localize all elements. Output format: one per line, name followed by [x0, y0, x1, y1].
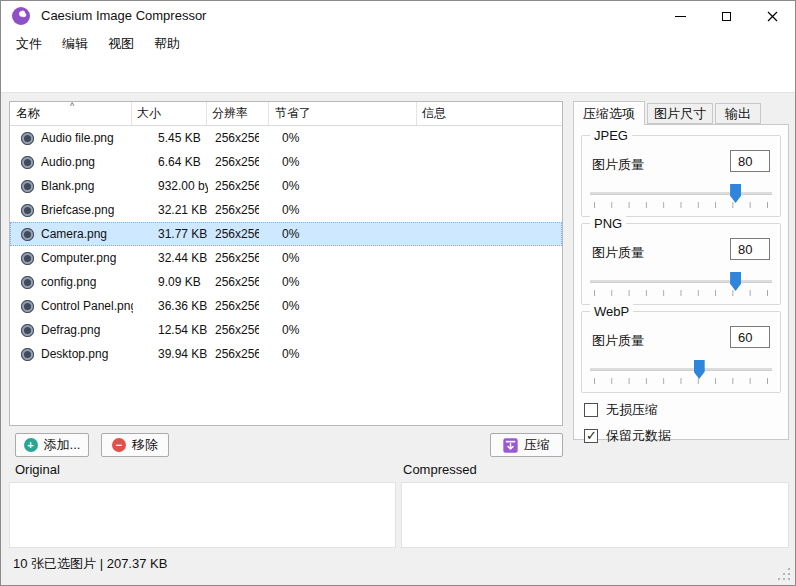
- keep-metadata-checkbox-label: 保留元数据: [606, 427, 671, 445]
- file-saved: 0%: [270, 175, 418, 197]
- table-row[interactable]: Control Panel.png 36.36 KB 256x256 0%: [10, 294, 562, 318]
- webp-group: WebP 图片质量 60: [581, 311, 781, 393]
- file-size: 6.64 KB: [158, 155, 201, 169]
- file-resolution: 256x256: [215, 347, 259, 361]
- table-row[interactable]: Audio.png 6.64 KB 256x256 0%: [10, 150, 562, 174]
- image-status-icon: [21, 252, 34, 265]
- add-button[interactable]: + 添加...: [15, 433, 89, 457]
- png-quality-input[interactable]: 80: [730, 238, 770, 260]
- table-row[interactable]: Computer.png 32.44 KB 256x256 0%: [10, 246, 562, 270]
- keep-metadata-checkbox-row[interactable]: 保留元数据: [584, 427, 671, 445]
- original-preview-label: Original: [15, 462, 60, 477]
- menu-file[interactable]: 文件: [6, 31, 52, 57]
- image-status-icon: [21, 132, 34, 145]
- file-info: [418, 343, 561, 365]
- file-saved: 0%: [270, 199, 418, 221]
- file-info: [418, 151, 561, 173]
- file-size: 39.94 KB: [158, 347, 207, 361]
- file-name: Defrag.png: [41, 323, 100, 337]
- file-resolution: 256x256: [215, 227, 259, 241]
- file-name: Audio.png: [41, 155, 95, 169]
- column-header-saved[interactable]: 节省了: [269, 102, 417, 125]
- compressed-preview-label: Compressed: [403, 462, 477, 477]
- lossless-checkbox-row[interactable]: 无损压缩: [584, 401, 658, 419]
- column-header-resolution[interactable]: 分辨率: [207, 102, 269, 125]
- file-resolution: 256x256: [215, 131, 259, 145]
- jpeg-quality-input[interactable]: 80: [730, 150, 770, 172]
- close-button[interactable]: [749, 1, 795, 31]
- slider-handle[interactable]: [730, 272, 741, 291]
- image-status-icon: [21, 204, 34, 217]
- lossless-checkbox[interactable]: [584, 403, 598, 417]
- webp-quality-input[interactable]: 60: [730, 326, 770, 348]
- table-body: Audio file.png 5.45 KB 256x256 0% Audio.…: [10, 126, 562, 366]
- jpeg-quality-slider[interactable]: [590, 184, 772, 204]
- menu-edit[interactable]: 编辑: [52, 31, 98, 57]
- table-row[interactable]: Audio file.png 5.45 KB 256x256 0%: [10, 126, 562, 150]
- file-resolution: 256x256: [215, 275, 259, 289]
- slider-handle[interactable]: [730, 184, 741, 203]
- tab-output[interactable]: 输出: [715, 103, 761, 124]
- menu-help[interactable]: 帮助: [144, 31, 190, 57]
- file-name: Control Panel.png: [41, 299, 133, 313]
- image-status-icon: [21, 156, 34, 169]
- file-info: [418, 319, 561, 341]
- original-preview-box: [9, 482, 396, 548]
- table-row-selected[interactable]: Camera.png 31.77 KB 256x256 0%: [10, 222, 562, 246]
- table-row[interactable]: Briefcase.png 32.21 KB 256x256 0%: [10, 198, 562, 222]
- file-saved: 0%: [270, 223, 418, 245]
- slider-handle[interactable]: [694, 360, 705, 379]
- compress-button[interactable]: 压缩: [490, 433, 563, 457]
- file-saved: 0%: [270, 271, 418, 293]
- column-header-size[interactable]: 大小: [132, 102, 207, 125]
- menu-view[interactable]: 视图: [98, 31, 144, 57]
- tab-label: 图片尺寸: [654, 105, 706, 123]
- file-saved: 0%: [270, 319, 418, 341]
- slider-track: [590, 280, 772, 283]
- file-info: [418, 223, 561, 245]
- resize-grip[interactable]: [778, 568, 790, 580]
- file-saved: 0%: [270, 247, 418, 269]
- close-icon: [767, 11, 778, 22]
- main-area: 名称 ^ 大小 分辨率 节省了 信息 Audio file.png 5.45 K…: [1, 93, 795, 585]
- file-resolution: 256x256: [215, 155, 259, 169]
- file-resolution: 256x256: [215, 299, 259, 313]
- add-button-label: 添加...: [44, 436, 81, 454]
- maximize-icon: [722, 12, 731, 21]
- webp-quality-slider[interactable]: [590, 360, 772, 380]
- webp-quality-label: 图片质量: [592, 332, 644, 350]
- file-name: config.png: [41, 275, 96, 289]
- column-header-info[interactable]: 信息: [417, 102, 562, 125]
- column-label: 大小: [137, 105, 161, 122]
- table-row[interactable]: Blank.png 932.00 bytes 256x256 0%: [10, 174, 562, 198]
- png-quality-label: 图片质量: [592, 244, 644, 262]
- remove-icon: −: [112, 438, 126, 452]
- jpeg-quality-label: 图片质量: [592, 156, 644, 174]
- remove-button[interactable]: − 移除: [101, 433, 169, 457]
- file-size: 32.44 KB: [158, 251, 207, 265]
- keep-metadata-checkbox[interactable]: [584, 429, 598, 443]
- file-size: 32.21 KB: [158, 203, 207, 217]
- minimize-icon: [675, 16, 686, 17]
- table-row[interactable]: config.png 9.09 KB 256x256 0%: [10, 270, 562, 294]
- image-status-icon: [21, 324, 34, 337]
- app-window: Caesium Image Compressor 文件 编辑 视图 帮助 + −: [0, 0, 796, 586]
- file-saved: 0%: [270, 343, 418, 365]
- table-header: 名称 ^ 大小 分辨率 节省了 信息: [10, 102, 562, 126]
- minimize-button[interactable]: [657, 1, 703, 31]
- file-table: 名称 ^ 大小 分辨率 节省了 信息 Audio file.png 5.45 K…: [9, 101, 563, 426]
- toolbar: + −: [1, 57, 795, 93]
- image-status-icon: [21, 228, 34, 241]
- options-panel: 压缩选项 图片尺寸 输出 JPEG 图片质量 80 PNG 图片质量: [573, 101, 789, 440]
- png-quality-slider[interactable]: [590, 272, 772, 292]
- compression-options-pane: JPEG 图片质量 80 PNG 图片质量 80: [573, 124, 789, 440]
- file-info: [418, 271, 561, 293]
- file-name: Camera.png: [41, 227, 107, 241]
- table-row[interactable]: Defrag.png 12.54 KB 256x256 0%: [10, 318, 562, 342]
- maximize-button[interactable]: [703, 1, 749, 31]
- tab-image-size[interactable]: 图片尺寸: [647, 103, 713, 124]
- tab-compression-options[interactable]: 压缩选项: [573, 101, 645, 125]
- file-saved: 0%: [270, 127, 418, 149]
- table-row[interactable]: Desktop.png 39.94 KB 256x256 0%: [10, 342, 562, 366]
- webp-group-title: WebP: [590, 304, 633, 319]
